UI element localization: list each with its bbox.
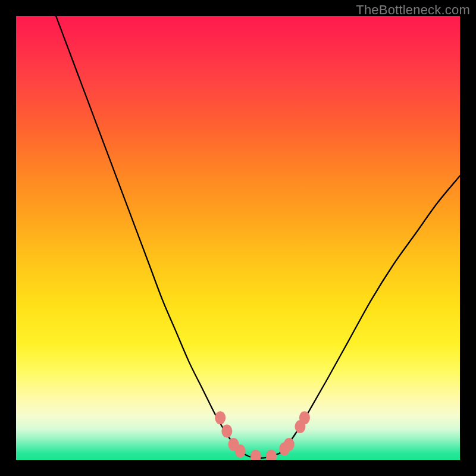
marker-point [215,411,226,424]
marker-group [215,411,310,460]
marker-point [299,411,310,424]
marker-point [235,444,246,458]
curve-svg [16,16,460,460]
bottleneck-curve [56,16,460,458]
chart-frame: TheBottleneck.com [0,0,476,476]
marker-point [266,450,277,460]
marker-point [284,438,295,451]
marker-point [250,450,261,460]
marker-point [221,425,232,438]
plot-area [16,16,460,460]
